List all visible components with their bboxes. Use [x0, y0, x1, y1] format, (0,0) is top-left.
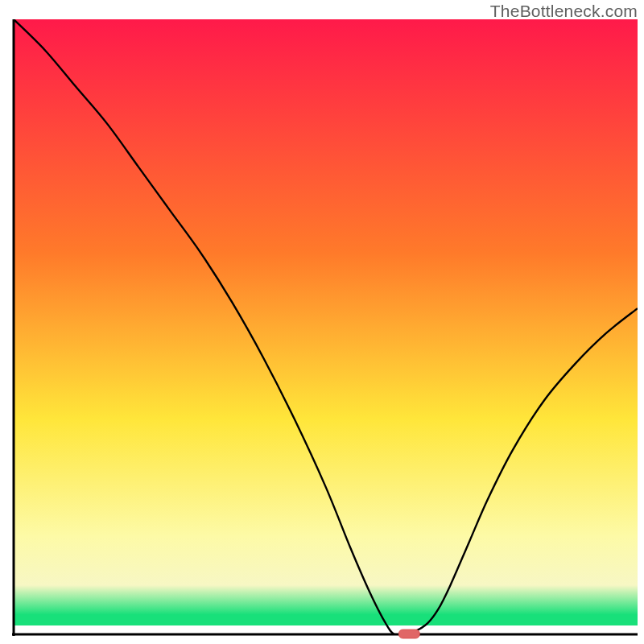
gradient-background [14, 19, 638, 634]
bottleneck-chart [0, 0, 644, 644]
optimum-marker [398, 630, 419, 638]
watermark-label: TheBottleneck.com [490, 2, 638, 21]
